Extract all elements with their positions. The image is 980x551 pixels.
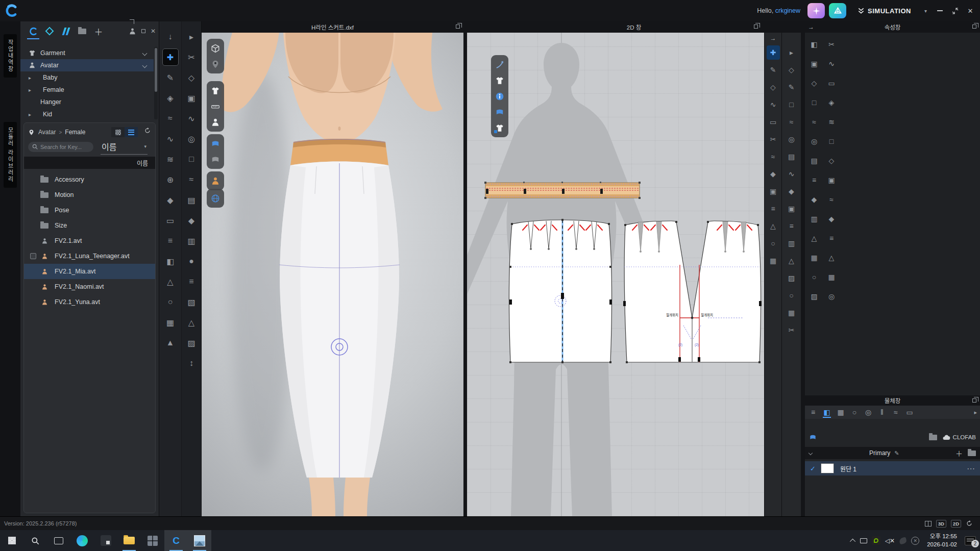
lock-pattern-icon[interactable] (492, 120, 507, 136)
panel-tool-icon[interactable]: ▣ (785, 200, 798, 217)
prop-grid-icon[interactable]: ▦ (807, 248, 821, 267)
clofab-fabric-icon[interactable] (809, 434, 817, 441)
list-view-button[interactable] (125, 127, 138, 137)
collapse-caret-icon[interactable] (808, 451, 813, 455)
hatch-tool-icon[interactable]: ▨ (785, 269, 798, 287)
calculator-app-icon[interactable] (141, 530, 164, 551)
edit-pattern-tool-icon[interactable]: ✎ (767, 61, 780, 79)
annotation-tool-icon[interactable]: △ (767, 217, 780, 235)
tab-work-history[interactable]: 작업내역창 (4, 34, 17, 78)
zipper-tool-icon[interactable]: ≈ (183, 169, 200, 190)
expand-arrow-icon[interactable]: ▸ (29, 87, 36, 93)
account-icon[interactable] (129, 28, 136, 35)
panel-divider[interactable] (801, 21, 805, 516)
fabric-list-icon[interactable]: ◧ (822, 407, 832, 418)
pattern-info-icon[interactable] (492, 88, 507, 104)
library-tab-md[interactable] (58, 23, 74, 39)
menu-plugin[interactable] (184, 0, 197, 21)
show-measurement-icon[interactable] (208, 98, 223, 114)
rectangle-tool-icon[interactable]: ▭ (767, 113, 780, 131)
library-add-button[interactable]: ＋ (91, 23, 106, 39)
menu-file[interactable] (24, 0, 38, 21)
pleat-tool-icon[interactable]: △ (785, 252, 798, 269)
tab-modular-library[interactable]: 모듈러 라이브러리 (4, 122, 17, 188)
tree-item-baby[interactable]: ▸ Baby (20, 71, 154, 84)
split-view-icon[interactable] (925, 521, 932, 527)
show-garment-icon[interactable] (208, 83, 223, 98)
viewport-2d[interactable]: 2D 창 (467, 21, 801, 516)
square-tool-icon[interactable]: □ (785, 96, 798, 113)
library-float-icon[interactable] (141, 29, 145, 33)
library-item-accessory[interactable]: Accessory (24, 172, 155, 187)
3d-view-badge[interactable]: 3D (936, 520, 946, 528)
prop-hatch-icon[interactable]: ▨ (807, 287, 821, 306)
display-icon[interactable] (860, 538, 867, 543)
grading-2d-tool-icon[interactable]: ≡ (767, 200, 780, 217)
wrinkle-tool-icon[interactable]: ○ (162, 292, 179, 312)
seam-tool-icon[interactable]: ≈ (767, 148, 780, 165)
library-item-fv21-avt[interactable]: FV2.1.avt (24, 233, 155, 248)
refresh-button[interactable] (144, 127, 151, 134)
prop2-rect-icon[interactable]: ▭ (824, 73, 839, 93)
rename-icon[interactable]: ✎ (894, 450, 899, 457)
library-tab-clo[interactable] (26, 23, 41, 39)
library-tab-connect[interactable] (42, 23, 57, 39)
notification-icon[interactable]: 2 (965, 536, 976, 545)
viewport-3d[interactable]: H라인 스커트.dxf (202, 21, 463, 516)
prop2-align-icon[interactable]: ≡ (824, 229, 839, 248)
task-view-button[interactable] (47, 530, 70, 551)
prop-pattern-icon[interactable]: ◧ (807, 35, 821, 54)
pattern-back-panel[interactable]: 절개위치 절개위치 (2) (2) (623, 221, 762, 363)
prop2-rotate-icon[interactable]: ◈ (824, 93, 839, 112)
button-list-icon[interactable]: ◎ (863, 407, 873, 418)
minimize-button[interactable] (932, 0, 947, 21)
tree-scrollbar[interactable] (154, 47, 158, 119)
menu-materials-uv[interactable] (78, 0, 91, 21)
mn-sewing-tool-icon[interactable]: ≋ (162, 149, 179, 169)
texture-list-icon[interactable]: ▦ (836, 407, 846, 418)
trim-tool-icon[interactable]: □ (183, 149, 200, 169)
prop-grade-icon[interactable]: ▥ (807, 209, 821, 229)
expand-arrow-icon[interactable]: ▸ (29, 112, 36, 117)
topstitch-list-icon[interactable]: ≈ (891, 407, 901, 418)
marker-tool-icon[interactable]: ◧ (162, 251, 179, 271)
tree-item-kid[interactable]: ▸ Kid (20, 108, 154, 120)
breadcrumb-leaf[interactable]: Female (65, 129, 85, 136)
show-fabric-off-icon[interactable] (208, 152, 223, 167)
library-item-motion[interactable]: Motion (24, 187, 155, 203)
library-item-luna[interactable]: FV2.1_Luna_Teenager.avt (24, 248, 155, 264)
grading-tool-icon[interactable]: ▥ (183, 231, 200, 251)
show-fabric-on-icon[interactable] (208, 136, 223, 152)
collapse-arrow-icon[interactable]: → (808, 23, 814, 31)
library-item-pose[interactable]: Pose (24, 203, 155, 218)
retopology-tool-icon[interactable]: ▣ (183, 88, 200, 108)
dart-2d-tool-icon[interactable]: ◆ (767, 165, 780, 183)
grain-tool-icon[interactable]: ▦ (767, 252, 780, 269)
clo-app-icon[interactable]: C (164, 530, 188, 551)
tree-item-hanger[interactable]: ▸ Hanger (20, 96, 154, 108)
prop2-diamond-icon[interactable]: ◇ (824, 151, 839, 170)
polygon-tool-icon[interactable]: ◇ (785, 61, 798, 79)
sync-disabled-icon[interactable]: ✕ (911, 537, 919, 545)
eyelet-tool-icon[interactable]: ○ (785, 287, 798, 304)
segment-sewing-tool-icon[interactable]: ≈ (162, 108, 179, 129)
file-explorer-icon[interactable] (117, 530, 141, 551)
pen-tool-icon[interactable]: ✎ (785, 79, 798, 96)
transform-pattern-tool-icon[interactable]: ✚ (767, 45, 780, 60)
texture-tool-icon[interactable]: ▤ (183, 190, 200, 210)
fabric-list-item[interactable]: ✓ 원단 1 ⋯ (805, 461, 980, 475)
avatar-3d-render[interactable] (202, 33, 463, 516)
menu-settings[interactable] (197, 0, 210, 21)
photos-app-icon[interactable] (188, 530, 211, 551)
2d-pattern-layer[interactable]: 절개위치 절개위치 (2) (2) (467, 33, 801, 516)
grid-tool-icon[interactable]: ▦ (785, 304, 798, 321)
2d-canvas[interactable]: 절개위치 절개위치 (2) (2) (467, 33, 801, 516)
library-item-naomi[interactable]: FV2.1_Naomi.avt (24, 279, 155, 294)
prop-layer-icon[interactable]: □ (807, 93, 821, 112)
prop2-tri-icon[interactable]: △ (824, 248, 839, 267)
zipper-list-icon[interactable]: ‖ (877, 407, 887, 418)
menu-avatar[interactable] (91, 0, 104, 21)
show-pattern-icon[interactable] (492, 72, 507, 88)
needle-tool-icon[interactable] (492, 57, 507, 72)
restore-button[interactable] (947, 0, 963, 21)
